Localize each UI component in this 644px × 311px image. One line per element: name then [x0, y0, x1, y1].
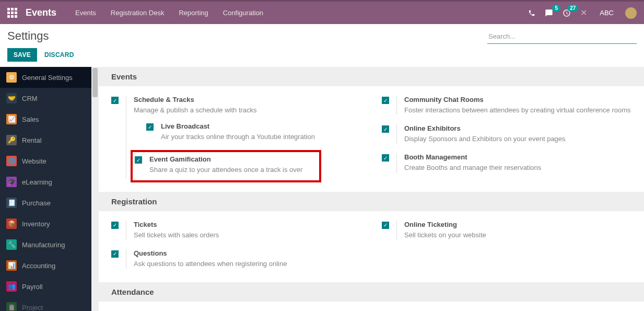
opt-desc: Sell tickets on your website: [404, 231, 486, 240]
action-row: SAVE DISCARD: [0, 44, 644, 67]
checkbox-chat[interactable]: ✓: [382, 97, 389, 104]
sidebar-item-label: CRM: [22, 95, 38, 102]
key-icon: 🔑: [6, 135, 17, 145]
sidebar-item-label: Payroll: [22, 283, 43, 291]
checkbox-gamification[interactable]: ✓: [135, 156, 142, 164]
sidebar-item-purchase[interactable]: 🧾Purchase: [0, 192, 91, 213]
checkbox-questions[interactable]: ✓: [111, 250, 119, 258]
sidebar-item-project[interactable]: 📋Project: [0, 297, 91, 311]
sidebar-item-crm[interactable]: 🤝CRM: [0, 88, 91, 109]
checkbox-live[interactable]: ✓: [146, 123, 154, 131]
sidebar-item-payroll[interactable]: 👥Payroll: [0, 276, 91, 297]
save-button[interactable]: SAVE: [7, 48, 37, 62]
opt-title: Online Exhibitors: [404, 124, 566, 132]
checkbox-tickets[interactable]: ✓: [111, 222, 119, 229]
opt-exhibitors: ✓ Online Exhibitors Display Sponsors and…: [382, 124, 631, 144]
topbar-left: Events Events Registration Desk Reportin…: [7, 7, 263, 18]
sidebar-item-label: eLearning: [22, 178, 52, 186]
col-left: ✓ Schedule & Tracks Manage & publish a s…: [111, 96, 361, 178]
sidebar-item-elearning[interactable]: 🎓eLearning: [0, 171, 91, 192]
section-events: ✓ Schedule & Tracks Manage & publish a s…: [99, 86, 644, 192]
opt-title: Live Broadcast: [161, 122, 315, 130]
subheader: Settings: [0, 24, 644, 44]
opt-chat: ✓ Community Chat Rooms Foster interactio…: [382, 96, 631, 115]
menu-reporting[interactable]: Reporting: [179, 9, 208, 17]
apps-menu-icon[interactable]: [7, 8, 17, 18]
phone-icon[interactable]: [528, 9, 535, 17]
globe-icon: 🌐: [6, 156, 17, 166]
page-title: Settings: [7, 29, 49, 43]
menu-events[interactable]: Events: [75, 9, 96, 17]
checkbox-booth[interactable]: ✓: [382, 154, 389, 162]
settings-content: Events ✓ Schedule & Tracks Manage & publ…: [99, 67, 644, 311]
activities-icon[interactable]: 27: [563, 9, 571, 17]
app-brand[interactable]: Events: [26, 7, 56, 18]
top-menu: Events Registration Desk Reporting Confi…: [75, 9, 263, 17]
opt-desc: Manage & publish a schedule with tracks: [134, 106, 315, 115]
book-icon: 🎓: [6, 177, 17, 187]
opt-desc: Sell tickets with sales orders: [134, 231, 219, 240]
opt-booth: ✓ Booth Management Create Booths and man…: [382, 153, 631, 172]
section-registration-title: Registration: [99, 192, 644, 211]
sidebar-item-general[interactable]: ⚙General Settings: [0, 67, 91, 88]
checkbox-exhibitors[interactable]: ✓: [382, 125, 389, 133]
sidebar-item-label: Sales: [22, 116, 39, 123]
col-right: ✓ Community Chat Rooms Foster interactio…: [382, 96, 631, 178]
opt-questions: ✓ Questions Ask questions to attendees w…: [111, 249, 361, 269]
avatar[interactable]: [625, 7, 637, 19]
discard-button[interactable]: DISCARD: [44, 51, 74, 59]
sidebar-item-label: Rental: [22, 136, 42, 144]
gear-icon: ⚙: [6, 72, 17, 83]
checkbox-schedule[interactable]: ✓: [111, 97, 119, 104]
menu-registration-desk[interactable]: Registration Desk: [111, 9, 165, 17]
handshake-icon: 🤝: [6, 93, 17, 103]
opt-live-broadcast: ✓ Live Broadcast Air your tracks online …: [146, 122, 315, 142]
search-input[interactable]: [487, 29, 637, 44]
opt-desc: Display Sponsors and Exhibitors on your …: [404, 134, 566, 144]
sidebar-item-manufacturing[interactable]: 🔧Manufacturing: [0, 234, 91, 255]
opt-title: Tickets: [134, 221, 219, 228]
sidebar-item-rental[interactable]: 🔑Rental: [0, 130, 91, 151]
opt-desc: Air your tracks online through a Youtube…: [161, 132, 315, 142]
cart-icon: 🧾: [6, 198, 17, 208]
user-name[interactable]: ABC: [600, 9, 614, 17]
opt-desc: Create Booths and manage their reservati…: [404, 163, 541, 172]
opt-desc: Share a quiz to your attendees once a tr…: [149, 165, 302, 175]
opt-gamification: ✓ Event Gamification Share a quiz to you…: [135, 155, 313, 175]
search-wrap: [487, 29, 637, 44]
opt-tickets: ✓ Tickets Sell tickets with sales orders: [111, 221, 361, 240]
opt-title: Questions: [134, 249, 287, 257]
close-icon[interactable]: ✕: [580, 8, 587, 18]
box-icon: 📦: [6, 218, 17, 229]
sidebar-item-website[interactable]: 🌐Website: [0, 151, 91, 171]
chart-icon: 📈: [6, 114, 17, 124]
opt-schedule: ✓ Schedule & Tracks Manage & publish a s…: [111, 96, 361, 178]
sidebar-item-sales[interactable]: 📈Sales: [0, 109, 91, 130]
sidebar-scrollbar[interactable]: [91, 67, 99, 311]
activities-badge: 27: [567, 5, 578, 11]
opt-online-ticketing: ✓ Online Ticketing Sell tickets on your …: [382, 221, 631, 240]
opt-title: Event Gamification: [149, 155, 302, 163]
opt-title: Booth Management: [404, 153, 541, 161]
opt-title: Community Chat Rooms: [404, 96, 631, 103]
sidebar-item-label: Website: [22, 157, 46, 165]
scrollbar-thumb[interactable]: [92, 68, 98, 97]
col-right: ✓ Online Ticketing Sell tickets on your …: [382, 221, 631, 269]
opt-title: Schedule & Tracks: [134, 96, 315, 103]
sidebar-item-label: General Settings: [22, 74, 73, 82]
messages-icon[interactable]: 5: [545, 9, 553, 17]
checkbox-online[interactable]: ✓: [382, 222, 389, 229]
sidebar-item-accounting[interactable]: 📊Accounting: [0, 255, 91, 276]
opt-title: Online Ticketing: [404, 221, 486, 228]
sidebar-item-inventory[interactable]: 📦Inventory: [0, 213, 91, 234]
opt-desc: Foster interactions between attendees by…: [404, 106, 631, 115]
section-registration: ✓ Tickets Sell tickets with sales orders…: [99, 211, 644, 282]
section-attendance-title: Attendance: [99, 282, 644, 302]
opt-desc: Ask questions to attendees when register…: [134, 259, 287, 269]
highlight-gamification: ✓ Event Gamification Share a quiz to you…: [131, 150, 321, 182]
menu-configuration[interactable]: Configuration: [223, 9, 263, 17]
sidebar-item-label: Manufacturing: [22, 241, 65, 249]
topbar-right: 5 27 ✕ ABC: [528, 7, 637, 19]
section-events-title: Events: [99, 67, 644, 86]
topbar: Events Events Registration Desk Reportin…: [0, 0, 644, 24]
